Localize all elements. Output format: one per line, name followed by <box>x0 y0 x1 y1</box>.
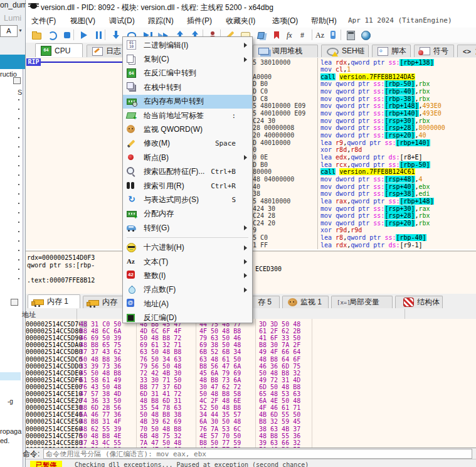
context-menu-item-8[interactable]: 修改(M)Space <box>123 137 252 151</box>
dump-tab-icon-2 <box>88 300 99 306</box>
view-tab-6[interactable]: 符号 <box>414 45 454 57</box>
dump-row[interactable]: 0000002514CC5DD033 39 73 3679 56 50 48B8… <box>26 363 476 370</box>
dump-tab-1[interactable]: 内存 1 <box>28 294 80 308</box>
context-menu-item-16[interactable]: Az文本(T) <box>123 255 252 269</box>
context-menu-item-12[interactable]: ↻与表达式同步(S)S <box>123 193 252 207</box>
stop-icon[interactable] <box>62 30 72 40</box>
context-menu-item-6[interactable]: 给当前地址写标签: <box>123 109 252 122</box>
menubar-item-6[interactable]: 收藏夹(I) <box>226 16 255 26</box>
open-folder-icon[interactable] <box>31 30 41 40</box>
title-bar[interactable]: version.dll - PID: 8092 - 模块: version.dl… <box>26 0 476 14</box>
menubar-item-3[interactable]: 调试(D) <box>109 16 135 26</box>
view-tab-1[interactable]: 64CPU <box>35 43 83 57</box>
disasm-instruction: mov dword ptr ss:[rsp+28],8000000 <box>320 124 445 131</box>
dump-bytes-group: 72 42 4B 30 <box>140 370 181 377</box>
step-into-icon[interactable] <box>111 30 121 40</box>
dump-row[interactable]: 0000002514CC5E5048 B8 31 4F4B 39 62 696A… <box>26 418 476 425</box>
context-menu-item-2[interactable]: 复制(C) <box>123 52 252 66</box>
dump-bytes-group: 79 63 50 46 <box>199 335 241 341</box>
bg-dropdown-arrow-icon[interactable]: ▼ <box>18 28 23 33</box>
view-tab-4[interactable]: SEH链 <box>321 45 369 57</box>
dump-row[interactable]: 0000002514CC5D9046 69 50 3950 48 B8 7279… <box>26 335 476 341</box>
dump-row[interactable]: 0000002514CC5DA048 B8 65 7569 61 32 7169… <box>26 341 476 348</box>
menubar-item-7[interactable]: 选项(O) <box>272 16 298 26</box>
dump-row[interactable]: 0000002514CC5E30B8 6D 2B 5635 54 78 6352… <box>26 404 476 411</box>
context-menu-item-7[interactable]: 监视 QWORD(W) <box>123 122 252 136</box>
context-menu-item-3[interactable]: 64在反汇编中转到 <box>123 67 252 80</box>
calculator-icon[interactable] <box>346 30 356 40</box>
dump-row[interactable]: 0000002514CC5DC050 48 B8 3676 50 34 6363… <box>26 356 476 363</box>
patch-phone-icon[interactable] <box>328 30 338 40</box>
context-menu-item-9[interactable]: 断点(B) <box>123 151 252 164</box>
context-menu-item-10[interactable]: 搜索匹配特征(F)...Ctrl+B <box>123 165 252 179</box>
dump-tab-4[interactable]: 监视 1 <box>282 296 329 308</box>
disasm-bytes: A0000 <box>253 73 272 80</box>
view-tab-2[interactable]: 日志 <box>87 45 124 57</box>
dump-row[interactable]: 0000002514CC5E1047 57 38 4D6D 31 41 7250… <box>26 390 476 397</box>
menubar-item-5[interactable]: 插件(P) <box>187 16 212 26</box>
context-menu-item-5[interactable]: 在内存布局中转到 <box>123 95 252 109</box>
dump-bytes-group: 6A 30 50 48 <box>199 418 241 425</box>
context-menu-item-15[interactable]: 十六进制(H) <box>123 240 252 254</box>
hash-icon[interactable]: # <box>300 30 310 40</box>
token-seg: ss: <box>373 212 384 219</box>
context-menu-item-13[interactable]: 分配内存 <box>123 207 252 221</box>
dump-row[interactable]: 0000002514CC5D80B8 48 6C 6A4D 6C 6F 4F4F… <box>26 328 476 335</box>
menubar-item-2[interactable]: 视图(V) <box>70 16 95 26</box>
command-input[interactable] <box>43 449 472 459</box>
menubar-item-8[interactable]: 帮助(H) <box>311 16 337 26</box>
dump-row[interactable]: 0000002514CC5E2074 36 33 5048 B8 6D 314C… <box>26 397 476 404</box>
bg-window-icon[interactable] <box>13 77 21 84</box>
run-icon[interactable] <box>78 30 88 40</box>
bg-dropdown[interactable]: A <box>0 25 18 37</box>
menu-item-label: 在内存布局中转到 <box>144 96 204 107</box>
icon-shape <box>127 243 136 252</box>
icon-shape <box>127 140 135 148</box>
dump-tab-3[interactable]: 存 5 <box>252 296 280 308</box>
context-menu-item-18[interactable]: 浮点数(F) <box>123 283 252 297</box>
token-mn: mov <box>320 80 336 87</box>
assemble-icon[interactable]: Az <box>315 30 325 40</box>
view-tab-7[interactable]: <>源代码 <box>457 45 476 57</box>
dump-row[interactable]: 0000002514CC5DF061 58 61 4933 30 71 5048… <box>26 377 476 384</box>
fx-icon[interactable]: fx <box>287 30 297 40</box>
context-menu-item-11[interactable]: 搜索引用(R)Ctrl+R <box>123 179 252 193</box>
context-menu-item-19[interactable]: @地址(A) <box>123 297 252 311</box>
icon-shape: 42 <box>127 271 135 279</box>
labels-icon[interactable] <box>257 30 267 40</box>
context-menu-item-1[interactable]: 0110二进制编辑(I) <box>123 38 252 52</box>
bg-window-icon-2[interactable] <box>11 299 18 306</box>
token-seg: ss: <box>384 139 396 146</box>
dump-address: 0000002514CC5DD0 <box>26 363 82 370</box>
dump-tab-5[interactable]: [x=]局部变量 <box>331 296 393 308</box>
context-menu-item-20[interactable]: 反汇编(D) <box>123 311 252 325</box>
memory-dump-table[interactable]: 0000002514CC5D7048 31 C0 5048 B8 45 4744… <box>26 319 476 448</box>
restart-icon[interactable] <box>47 30 57 40</box>
globe-icon[interactable] <box>361 30 371 40</box>
dump-bytes-group: 7A 47 50 48 <box>140 439 181 446</box>
dump-row[interactable]: 0000002514CC5E8037 43 4C 557A 47 50 48B8… <box>26 439 476 446</box>
menubar-item-1[interactable]: 文件(F) <box>31 16 56 26</box>
dump-row[interactable]: 0000002514CC5DB037 37 43 6263 50 48 B86B… <box>26 348 476 355</box>
dump-row[interactable]: 0000002514CC5DE045 50 48 B872 42 4B 3045… <box>26 370 476 377</box>
context-menu-item-14[interactable]: 转到(G) <box>123 221 252 235</box>
bookmark-icon[interactable] <box>272 30 282 40</box>
pause-icon[interactable] <box>93 30 103 40</box>
dump-tab-2[interactable]: 内存 <box>83 296 127 308</box>
view-tab-5[interactable]: 脚本 <box>372 45 411 57</box>
menu-icon-watch <box>127 125 138 135</box>
disasm-bytes: D C0 <box>253 88 268 95</box>
view-tab-3[interactable]: 调用堆栈 <box>253 45 318 57</box>
menubar-item-4[interactable]: 跟踪(N) <box>148 16 174 26</box>
token-mem: [rsp+20] <box>384 220 415 227</box>
context-menu-item-4[interactable]: 在栈中转到 <box>123 80 252 94</box>
selected-byte[interactable]: 48 <box>80 321 87 328</box>
context-menu-item-17[interactable]: 42整数(I) <box>123 269 252 282</box>
dump-row[interactable]: 0000002514CC5E7050 48 B8 4E6B 48 75 324E… <box>26 432 476 439</box>
menu-icon-search <box>127 167 138 177</box>
dump-row[interactable]: 0000002514CC5E406A 46 77 3650 48 B8 3834… <box>26 411 476 418</box>
dump-bytes-group: 48 B8 73 6A <box>199 377 241 384</box>
dump-row[interactable]: 0000002514CC5E6048 62 55 3970 50 48 B876… <box>26 426 476 432</box>
dump-tab-6[interactable]: 结构体 <box>395 296 443 308</box>
dump-row[interactable]: 0000002514CC5E0076 43 50 48B8 77 37 6D30… <box>26 384 476 390</box>
